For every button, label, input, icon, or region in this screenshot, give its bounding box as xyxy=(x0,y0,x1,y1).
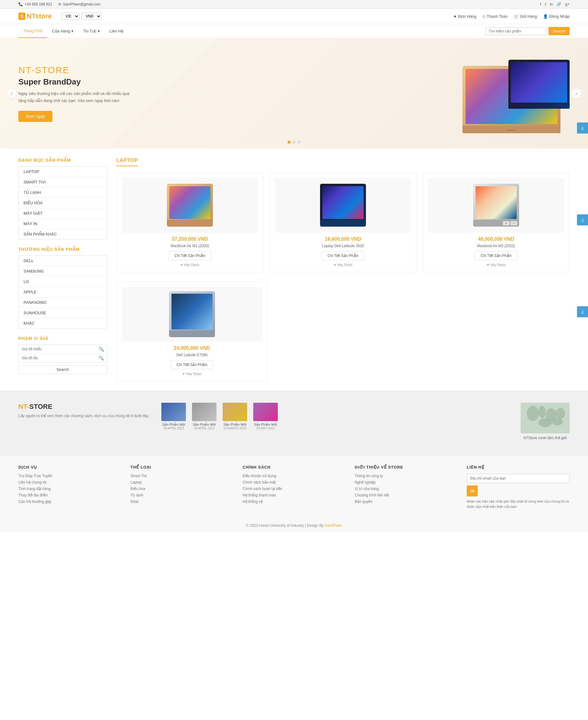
brand-khac[interactable]: KHÁC xyxy=(19,318,107,328)
nav-home[interactable]: Trang Chủ xyxy=(18,24,47,38)
svg-point-5 xyxy=(539,418,552,427)
product-wishlist-3[interactable]: Yêu Thích xyxy=(428,263,564,267)
language-select[interactable]: VIE xyxy=(62,13,79,20)
footer-service-1[interactable]: Trợ Giúp Trực Tuyến xyxy=(18,474,121,478)
orders-label: Đơn Hàng xyxy=(458,14,476,19)
search-input[interactable] xyxy=(485,27,547,35)
cart-link[interactable]: 🛒 Giỏ Hàng xyxy=(514,14,537,19)
footer-policy-4[interactable]: Hệ thống thanh toán xyxy=(243,493,345,497)
brand-sunhouse[interactable]: SUNHOUSE xyxy=(19,308,107,318)
product-wishlist-4[interactable]: Yêu Thích xyxy=(122,372,262,376)
product-name-2: Laptop Dell Latitude 3520 xyxy=(275,244,411,248)
search-button[interactable]: Search xyxy=(548,27,570,35)
social-twitter[interactable]: t xyxy=(545,2,546,6)
phone-icon: 📞 xyxy=(18,2,23,6)
footer-cat-2[interactable]: Laptop xyxy=(130,480,233,485)
logo[interactable]: S NTstore xyxy=(18,12,52,20)
footer-recent-1: Sản Phẩm Mới 26 APRIL 2023 xyxy=(161,403,186,430)
subscribe-icon: ✉ xyxy=(470,488,475,494)
social-pinterest[interactable]: 🔗 xyxy=(556,2,561,6)
category-laptop[interactable]: LAPTOP xyxy=(19,167,107,177)
footer-recent-label-1: Sản Phẩm Mới xyxy=(161,423,186,427)
price-search-button[interactable]: Search xyxy=(18,365,107,374)
hero-dot-1[interactable] xyxy=(288,141,291,144)
footer-service-2[interactable]: Liên hệ chúng tôi xyxy=(18,480,121,485)
footer-policy-5[interactable]: Hệ thống vệ xyxy=(243,500,345,504)
hero-prev-arrow[interactable]: ‹ xyxy=(6,88,17,99)
price-max-input[interactable] xyxy=(22,356,99,360)
product-detail-btn-1[interactable]: Chi Tiết Sản Phẩm xyxy=(168,251,211,260)
sidebar-brands: THƯƠNG HIỆU SẢN PHẨM DELL SAMSUNG LG APP… xyxy=(18,247,107,329)
login-link[interactable]: 👤 Đăng Nhập xyxy=(543,14,570,19)
product-detail-btn-4[interactable]: Chi Tiết Sản Phẩm xyxy=(171,360,213,369)
footer-cat-1[interactable]: Smart Tivi xyxy=(130,474,233,478)
footer-about-1[interactable]: Thông tin công ty xyxy=(355,474,458,478)
product-wishlist-1[interactable]: Yêu Thích xyxy=(122,263,258,267)
nav-news[interactable]: Tin Tức ▾ xyxy=(78,24,105,38)
product-wishlist-2[interactable]: Yêu Thích xyxy=(275,263,411,267)
header-nav-right: ★ Đơn Hàng ◇ Thanh Toán 🛒 Giỏ Hàng 👤 Đăn… xyxy=(453,14,570,19)
payment-link[interactable]: ◇ Thanh Toán xyxy=(482,14,507,19)
footer-service-4[interactable]: Thay đổi địa điểm xyxy=(18,493,121,497)
currency-select[interactable]: VND xyxy=(82,13,101,20)
footer-about-5[interactable]: Bản quyền xyxy=(355,500,458,504)
category-smart-tivi[interactable]: SMART TIVI xyxy=(19,177,107,187)
copyright-designer-link[interactable]: SamPham xyxy=(324,523,342,528)
brand-lg[interactable]: LG xyxy=(19,277,107,287)
footer-policy-3[interactable]: Chính sách hoàn lại tiền xyxy=(243,487,345,491)
social-facebook[interactable]: f xyxy=(540,2,542,6)
logo-store: store xyxy=(35,12,52,20)
social-links: f t in 🔗 g+ xyxy=(540,2,570,6)
footer-email-input[interactable] xyxy=(467,474,570,483)
footer-cat-5[interactable]: Khác xyxy=(130,500,233,504)
product-image-2 xyxy=(275,177,411,233)
float-icon-2: 💧 xyxy=(580,217,585,223)
product-image-3: M A xyxy=(428,177,564,233)
hero-cta-button[interactable]: Xem ngay xyxy=(18,111,52,122)
brand-dell[interactable]: DELL xyxy=(19,256,107,266)
product-grid: 37,200,000 VND MacBook Air M1 (2020) Chi… xyxy=(117,172,570,272)
footer-recent-label-2: Sản Phẩm Mới xyxy=(192,423,216,427)
nav-search: Search xyxy=(485,27,570,35)
price-inputs: 🔍 🔍 xyxy=(18,344,107,363)
footer-service-5[interactable]: Câu hỏi thường gặp xyxy=(18,500,121,504)
footer-about-3[interactable]: Vị trí cửa hàng xyxy=(355,487,458,491)
footer-cat-3[interactable]: Điều hòa xyxy=(130,487,233,491)
float-button-2[interactable]: 💧 xyxy=(577,214,588,226)
footer-service-3[interactable]: Tình trạng đặt hàng xyxy=(18,487,121,491)
category-may-giat[interactable]: MÁY GIẶT xyxy=(19,208,107,219)
float-button-1[interactable]: 💧 xyxy=(577,123,588,133)
product-detail-btn-3[interactable]: Chi Tiết Sản Phẩm xyxy=(475,251,517,260)
footer-policy-2[interactable]: Chính sách bảo mật xyxy=(243,480,345,485)
category-khac[interactable]: SẢN PHẨM KHÁC xyxy=(19,229,107,239)
category-tu-lanh[interactable]: TỦ LẠNH xyxy=(19,187,107,198)
product-name-4: Dell Laitude E7390 xyxy=(122,353,262,357)
price-title: PHẠM VI GIÁ xyxy=(18,336,107,341)
footer-cat-4[interactable]: Tủ lạnh xyxy=(130,493,233,497)
hero-next-arrow[interactable]: › xyxy=(571,88,582,99)
product-detail-btn-2[interactable]: Chi Tiết Sản Phẩm xyxy=(321,251,364,260)
orders-link[interactable]: ★ Đơn Hàng xyxy=(453,14,476,19)
social-linkedin[interactable]: in xyxy=(550,2,553,6)
footer-about-4[interactable]: Chương trình liên kết xyxy=(355,493,458,497)
category-dieu-hoa[interactable]: ĐIỀU HÒA xyxy=(19,198,107,208)
brand-panasonic[interactable]: PANASONIC xyxy=(19,297,107,308)
brand-samsung[interactable]: SAMSUNG xyxy=(19,266,107,277)
footer-logo-store: STORE xyxy=(29,403,52,410)
price-max-search-icon: 🔍 xyxy=(99,356,104,360)
category-may-in[interactable]: MÁY IN xyxy=(19,219,107,229)
nav-shop[interactable]: Cửa Hàng ▾ xyxy=(47,24,78,38)
hero-dot-2[interactable] xyxy=(292,141,296,144)
nav-contact[interactable]: Liên Hệ xyxy=(105,24,129,38)
product-row-2: 24,000,000 VND Dell Laitude E7390 Chi Ti… xyxy=(117,281,267,381)
footer-recent-3: Sản Phẩm Mới 12 MARCH 2023 xyxy=(223,403,247,430)
hero-dot-3[interactable] xyxy=(297,141,300,144)
social-google[interactable]: g+ xyxy=(565,2,570,6)
footer-subscribe-button[interactable]: ✉ xyxy=(467,485,478,496)
price-min-input[interactable] xyxy=(22,347,99,351)
float-button-3[interactable]: 💧 xyxy=(577,306,588,317)
brand-apple[interactable]: APPLE xyxy=(19,287,107,297)
footer-policy-1[interactable]: Điều khoản sử dụng xyxy=(243,474,345,478)
footer-about-2[interactable]: Nghề nghiệp xyxy=(355,480,458,485)
product-card-4: 24,000,000 VND Dell Laitude E7390 Chi Ti… xyxy=(117,281,267,381)
